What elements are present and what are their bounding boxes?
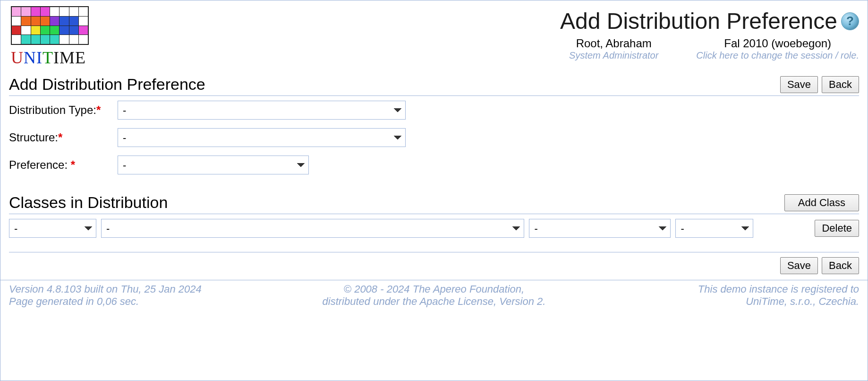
page-title: Add Distribution Preference bbox=[560, 8, 837, 34]
preference-label: Preference: * bbox=[9, 158, 118, 172]
structure-label: Structure:* bbox=[9, 131, 118, 144]
current-session-name: Fal 2010 (woebegon) bbox=[696, 37, 859, 50]
add-class-button[interactable]: Add Class bbox=[784, 194, 859, 211]
back-button-top[interactable]: Back bbox=[822, 76, 859, 93]
class-subject-select[interactable]: - bbox=[9, 219, 96, 238]
footer-copyright-2: distributed under the Apache License, Ve… bbox=[292, 295, 576, 308]
help-icon[interactable]: ? bbox=[841, 12, 859, 30]
footer-registration-1: This demo instance is registered to bbox=[576, 283, 859, 295]
change-session-link[interactable]: Click here to change the session / role. bbox=[696, 50, 859, 61]
save-button-top[interactable]: Save bbox=[780, 76, 818, 93]
structure-select[interactable]: - bbox=[118, 128, 406, 147]
app-logo: UNITIME bbox=[11, 6, 89, 68]
footer-version: Version 4.8.103 built on Thu, 25 Jan 202… bbox=[9, 283, 292, 295]
footer-copyright-1: © 2008 - 2024 The Apereo Foundation, bbox=[292, 283, 576, 295]
app-wordmark: UNITIME bbox=[11, 48, 89, 68]
class-number-select[interactable]: - bbox=[675, 219, 753, 238]
class-course-select[interactable]: - bbox=[101, 219, 524, 238]
section-title-classes: Classes in Distribution bbox=[9, 193, 784, 212]
class-row: - - - - Delete bbox=[9, 219, 859, 238]
delete-class-button[interactable]: Delete bbox=[815, 220, 859, 237]
back-button-bottom[interactable]: Back bbox=[822, 257, 859, 274]
class-subpart-select[interactable]: - bbox=[529, 219, 671, 238]
distribution-type-select[interactable]: - bbox=[118, 101, 406, 120]
current-user-name: Root, Abraham bbox=[569, 37, 658, 50]
section-title-add-pref: Add Distribution Preference bbox=[9, 75, 780, 94]
distribution-type-label: Distribution Type:* bbox=[9, 104, 118, 117]
footer-registration-2: UniTime, s.r.o., Czechia. bbox=[576, 295, 859, 308]
current-user-role: System Administrator bbox=[569, 50, 658, 61]
save-button-bottom[interactable]: Save bbox=[780, 257, 818, 274]
footer-gen-time: Page generated in 0,06 sec. bbox=[9, 295, 292, 308]
preference-select[interactable]: - bbox=[118, 156, 309, 174]
